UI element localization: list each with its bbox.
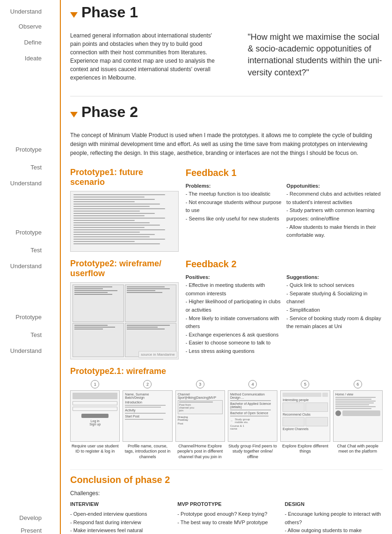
proto21-section: Prototype2.1: wireframe 1 Log inSign up … — [70, 366, 383, 460]
feedback2-title: Feedback 2 — [186, 259, 383, 270]
interview-col: INTERVIEW - Open-ended interview questio… — [70, 500, 168, 534]
positives-text: - Effective in meeting students with com… — [186, 281, 282, 355]
screen2-caption: Profile name, course, tags, introduction… — [123, 444, 172, 460]
positives-label: Positives: — [186, 273, 282, 282]
phase2-title: Phase 2 — [81, 103, 138, 121]
phase1-content-row: Learned general information about intern… — [70, 31, 383, 82]
screen4-caption: Study group Find peers to study together… — [228, 444, 277, 460]
phase2-arrow-icon — [70, 112, 78, 117]
sidebar-item-prototype3[interactable]: Prototype — [15, 313, 50, 321]
sidebar-item-present[interactable]: Present — [21, 526, 50, 534]
screen6-num: 6 — [354, 380, 362, 388]
screen2-box: Name, SurnameBatch/Design Introduction A… — [123, 390, 172, 442]
screen5-num: 5 — [301, 380, 309, 388]
main-content: Phase 1 Learned general information abou… — [61, 4, 392, 534]
screen5-box: Interesting people Recommend Clubs Explo… — [280, 390, 330, 442]
proto1-image — [70, 191, 179, 252]
screen1-num: 1 — [91, 380, 99, 388]
proto1-col: Prototype1: future scenario — [70, 168, 179, 252]
proto2-col: Prototype2: wireframe/ userflow — [70, 259, 179, 359]
sidebar-item-develop[interactable]: Develop — [19, 513, 50, 522]
feedback2-positives: Positives: - Effective in meeting studen… — [186, 273, 282, 356]
feedback1-content: Problems: - The meetup function is too i… — [186, 182, 383, 240]
design-col: DESIGN - Encourage lurking people to int… — [285, 500, 383, 534]
screen5-caption: Explore Explore different things — [280, 444, 330, 454]
sidebar-item-test1[interactable]: Test — [30, 163, 50, 171]
screen2-num: 2 — [143, 380, 152, 388]
screen3-box: ChannelSport|Hiking|Dancing|MVP Post fro… — [175, 390, 225, 442]
feedback2-suggestions: Suggestions: - Quick link to school serv… — [286, 273, 383, 356]
sidebar-item-define[interactable]: Define — [24, 38, 50, 46]
screen4-box: Method Communication Design ... Bachelor… — [228, 390, 277, 442]
screen3-num: 3 — [196, 380, 204, 388]
sidebar-item-test2[interactable]: Test — [30, 246, 50, 254]
suggestions-label: Suggestions: — [286, 273, 383, 282]
wireframe-screen-2: 2 Name, SurnameBatch/Design Introduction… — [123, 380, 172, 460]
screen1-box: Log inSign up — [70, 390, 120, 442]
feedback1-problems: Problems: - The meetup function is too i… — [186, 182, 282, 240]
sidebar-item-understand2[interactable]: Understand — [10, 179, 50, 187]
wireframe-screen-6: 6 Home / view — [333, 380, 383, 460]
design-items: - Encourage lurking people to interact w… — [285, 510, 383, 534]
phase1-arrow-icon — [70, 12, 78, 18]
conclusion-title: Conclusion of phase 2 — [70, 475, 383, 485]
design-title: DESIGN — [285, 500, 383, 509]
screen4-num: 4 — [248, 380, 257, 388]
feedback1-opps: Oppotunities: - Recommend clubs and acti… — [286, 182, 383, 240]
conclusion-grid: INTERVIEW - Open-ended interview questio… — [70, 500, 383, 534]
screen1-caption: Require user use student ID to register … — [70, 444, 120, 454]
feedback1-col: Feedback 1 Problems: - The meetup functi… — [186, 168, 383, 252]
feedback2-content: Positives: - Effective in meeting studen… — [186, 273, 383, 356]
sidebar-item-ideate[interactable]: Ideate — [25, 54, 50, 62]
phase1-quote: "How might we maximise the social & soci… — [238, 31, 383, 79]
phase1-title: Phase 1 — [81, 4, 138, 21]
proto2-title: Prototype2: wireframe/ userflow — [70, 259, 179, 278]
screen6-box: Home / view — [333, 390, 383, 442]
proto2-image: source in Mandarine — [70, 282, 179, 359]
feedback1-title: Feedback 1 — [186, 168, 383, 178]
conclusion-section: Conclusion of phase 2 Challenges: INTERV… — [70, 469, 383, 534]
opps-text: - Recommend clubs and activities related… — [286, 190, 383, 240]
phase2-header: Phase 2 — [70, 103, 383, 125]
screen6-caption: Chat Chat with people meet on the platfo… — [333, 444, 383, 454]
proto1-title: Prototype1: future scenario — [70, 168, 179, 187]
problems-label: Problems: — [186, 182, 282, 190]
mvp-items: - Prototype good enough? Keep trying?- T… — [177, 510, 275, 527]
sidebar-item-understand3[interactable]: Understand — [10, 262, 50, 270]
wireframe-screen-1: 1 Log inSign up Require user use student… — [70, 380, 120, 460]
wireframe-screen-4: 4 Method Communication Design ... Bachel… — [228, 380, 277, 460]
opps-label: Oppotunities: — [286, 182, 383, 190]
sidebar-item-prototype1[interactable]: Prototype — [15, 145, 50, 154]
interview-title: INTERVIEW — [70, 500, 168, 509]
phase1-quote-col: "How might we maximise the social & soci… — [238, 31, 383, 82]
phase2-intro-text: The concept of Mininum Viable Product is… — [70, 131, 383, 158]
wireframe-screen-5: 5 Interesting people Recommend Clubs — [280, 380, 330, 460]
suggestions-text: - Quick link to school services- Separat… — [286, 281, 383, 331]
phase1-header: Phase 1 — [70, 4, 383, 26]
wireframe-screen-3: 3 ChannelSport|Hiking|Dancing|MVP Post f… — [175, 380, 225, 460]
problems-text: - The meetup function is too idealistic-… — [186, 190, 282, 223]
phase1-intro-text: Learned general information about intern… — [70, 31, 220, 82]
sidebar-item-prototype2[interactable]: Prototype — [15, 228, 50, 236]
timeline-line — [60, 0, 61, 534]
phase1-intro-col: Learned general information about intern… — [70, 31, 229, 82]
challenges-label: Challenges: — [70, 490, 383, 497]
feedback2-col: Feedback 2 Positives: - Effective in mee… — [186, 259, 383, 359]
sidebar-item-understand4[interactable]: Understand — [10, 346, 50, 355]
sidebar-item-test3[interactable]: Test — [30, 330, 50, 339]
interview-items: - Open-ended interview questions- Respon… — [70, 510, 168, 534]
sidebar-item-understand1[interactable]: Understand — [10, 7, 50, 15]
proto2-section: Prototype2: wireframe/ userflow — [70, 259, 383, 359]
wireframe-screens-grid: 1 Log inSign up Require user use student… — [70, 380, 383, 460]
screen3-caption: Channel/Home Explore people's post in di… — [175, 444, 225, 460]
source-label: source in Mandarine — [138, 351, 177, 358]
mvp-col: MVP PROTOTYPE - Prototype good enough? K… — [177, 500, 275, 534]
sidebar-item-observe[interactable]: Observe — [19, 22, 50, 30]
proto21-title: Prototype2.1: wireframe — [70, 366, 383, 376]
divider1 — [70, 96, 383, 96]
mvp-title: MVP PROTOTYPE — [177, 500, 275, 509]
proto1-section: Prototype1: future scenario — [70, 168, 383, 252]
